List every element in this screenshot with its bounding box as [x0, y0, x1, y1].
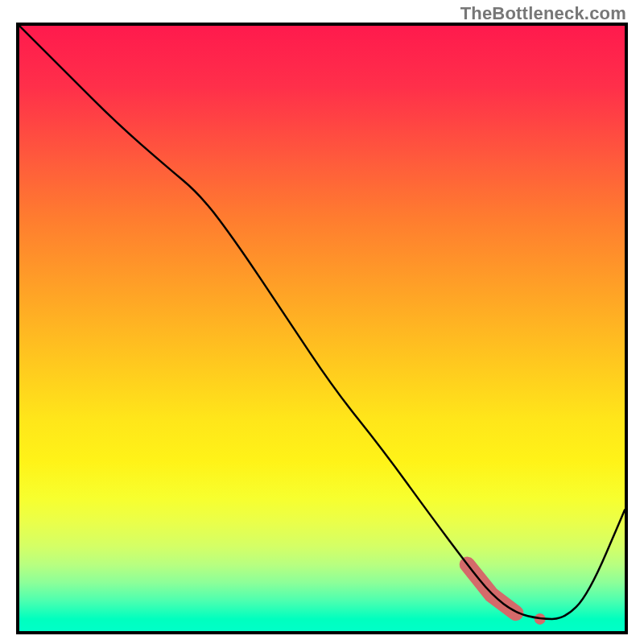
chart-frame: [16, 23, 628, 634]
watermark-text: TheBottleneck.com: [460, 3, 626, 24]
highlight-thick-segment: [467, 564, 515, 613]
main-curve: [19, 26, 625, 619]
chart-svg: [19, 26, 625, 631]
